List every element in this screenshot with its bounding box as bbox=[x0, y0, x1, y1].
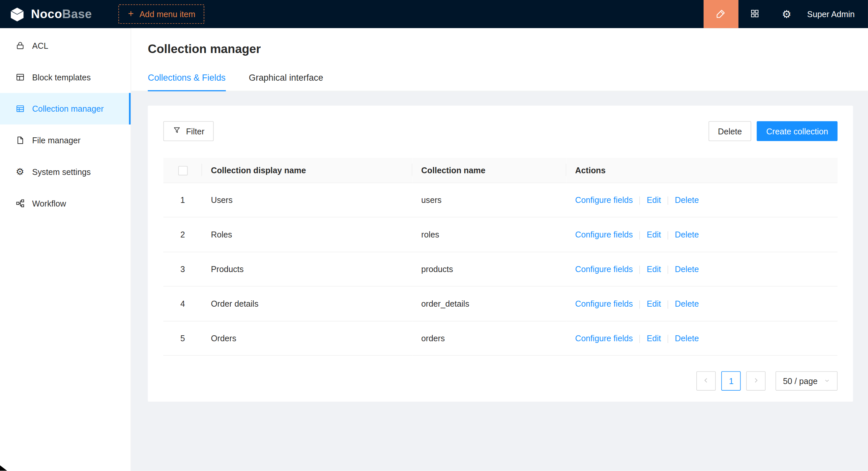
cell-collection-name: users bbox=[412, 182, 566, 217]
cell-collection-name: products bbox=[412, 251, 566, 286]
grid-icon bbox=[750, 8, 759, 20]
chevron-left-icon bbox=[703, 376, 710, 386]
configure-fields-link[interactable]: Configure fields bbox=[575, 264, 633, 274]
delete-link[interactable]: Delete bbox=[675, 230, 699, 239]
collections-table-body: 1 Users users Configure fieldsEditDelete… bbox=[163, 182, 838, 356]
collections-table: Collection display name Collection name … bbox=[163, 158, 838, 356]
filter-icon bbox=[173, 126, 181, 136]
nocobase-cube-icon bbox=[9, 6, 25, 23]
table-toolbar: Filter Delete Create collection bbox=[163, 121, 838, 141]
edit-link[interactable]: Edit bbox=[647, 333, 661, 343]
page-size-value: 50 / page bbox=[783, 376, 817, 386]
chevron-right-icon bbox=[753, 376, 760, 386]
action-divider bbox=[640, 266, 640, 274]
row-index: 3 bbox=[180, 265, 185, 274]
tab-collections-fields[interactable]: Collections & Fields bbox=[148, 66, 226, 91]
cell-actions: Configure fieldsEditDelete bbox=[566, 287, 837, 321]
edit-link[interactable]: Edit bbox=[647, 264, 661, 274]
current-user-menu[interactable]: Super Admin bbox=[803, 9, 868, 19]
cell-actions: Configure fieldsEditDelete bbox=[566, 182, 837, 217]
row-index: 2 bbox=[180, 230, 185, 239]
page-title: Collection manager bbox=[131, 28, 868, 57]
page-header: Collection manager Collections & Fields … bbox=[131, 28, 868, 91]
table-icon bbox=[15, 104, 25, 114]
file-icon bbox=[15, 136, 25, 145]
table-row: 4 Order details order_details Configure … bbox=[163, 287, 838, 321]
cell-display-name: Roles bbox=[202, 217, 412, 251]
configure-fields-link[interactable]: Configure fields bbox=[575, 333, 633, 343]
action-divider bbox=[668, 335, 668, 343]
delete-link[interactable]: Delete bbox=[675, 195, 699, 205]
create-collection-button[interactable]: Create collection bbox=[757, 121, 838, 141]
nocobase-logo[interactable]: NocoBase bbox=[0, 6, 103, 23]
lock-icon bbox=[15, 41, 25, 51]
table-header-row: Collection display name Collection name … bbox=[163, 158, 838, 183]
gear-icon: ⚙ bbox=[15, 167, 25, 176]
pagination: 1 50 / page bbox=[163, 371, 838, 391]
prev-page-button[interactable] bbox=[696, 371, 716, 391]
settings-sidebar: ACL Block templates Co bbox=[0, 28, 131, 471]
sidebar-item-file-manager[interactable]: File manager bbox=[0, 125, 130, 156]
delete-button[interactable]: Delete bbox=[709, 121, 751, 141]
main-area: Collection manager Collections & Fields … bbox=[131, 28, 868, 471]
cell-actions: Configure fieldsEditDelete bbox=[566, 217, 837, 251]
column-header-actions: Actions bbox=[566, 158, 837, 183]
cell-collection-name: roles bbox=[412, 217, 566, 251]
sidebar-item-collection-manager[interactable]: Collection manager bbox=[0, 93, 130, 125]
row-index: 1 bbox=[180, 195, 185, 205]
app-body: ACL Block templates Co bbox=[0, 28, 868, 471]
tab-graphical-interface[interactable]: Graphical interface bbox=[249, 66, 323, 91]
tab-bar: Collections & Fields Graphical interface bbox=[131, 66, 868, 91]
ui-editor-button[interactable] bbox=[704, 0, 739, 28]
sidebar-item-workflow[interactable]: Workflow bbox=[0, 188, 130, 219]
configure-fields-link[interactable]: Configure fields bbox=[575, 195, 633, 205]
sidebar-item-label: ACL bbox=[32, 41, 48, 51]
select-all-checkbox[interactable] bbox=[178, 166, 187, 175]
table-row: 3 Products products Configure fieldsEdit… bbox=[163, 251, 838, 286]
configure-fields-link[interactable]: Configure fields bbox=[575, 230, 633, 239]
delete-link[interactable]: Delete bbox=[675, 299, 699, 308]
logo-text-light: Base bbox=[62, 7, 92, 21]
sidebar-item-system-settings[interactable]: ⚙ System settings bbox=[0, 156, 130, 188]
logo-text: NocoBase bbox=[31, 7, 92, 22]
cell-display-name: Orders bbox=[202, 321, 412, 356]
highlighter-icon bbox=[716, 8, 726, 20]
plugins-button[interactable] bbox=[739, 0, 771, 28]
toolbar-right: Delete Create collection bbox=[709, 121, 838, 141]
gear-icon: ⚙ bbox=[782, 9, 792, 20]
table-row: 1 Users users Configure fieldsEditDelete bbox=[163, 182, 838, 217]
action-divider bbox=[640, 231, 640, 239]
delete-link[interactable]: Delete bbox=[675, 333, 699, 343]
column-header-collection-name: Collection name bbox=[412, 158, 566, 183]
row-index: 5 bbox=[180, 334, 185, 343]
action-divider bbox=[668, 300, 668, 309]
cell-display-name: Products bbox=[202, 251, 412, 286]
top-navbar: NocoBase Add menu item bbox=[0, 0, 868, 28]
page-size-select[interactable]: 50 / page bbox=[776, 371, 837, 391]
plus-icon bbox=[127, 9, 134, 19]
add-menu-item-button[interactable]: Add menu item bbox=[118, 4, 204, 24]
filter-button[interactable]: Filter bbox=[163, 121, 214, 141]
cell-collection-name: order_details bbox=[412, 287, 566, 321]
configure-fields-link[interactable]: Configure fields bbox=[575, 299, 633, 308]
sidebar-item-block-templates[interactable]: Block templates bbox=[0, 61, 130, 93]
system-settings-button[interactable]: ⚙ bbox=[771, 0, 802, 28]
action-divider bbox=[640, 335, 640, 343]
filter-button-label: Filter bbox=[186, 127, 204, 136]
action-divider bbox=[640, 300, 640, 309]
page-1-button[interactable]: 1 bbox=[722, 371, 741, 391]
action-divider bbox=[668, 231, 668, 239]
cell-actions: Configure fieldsEditDelete bbox=[566, 321, 837, 356]
next-page-button[interactable] bbox=[746, 371, 766, 391]
edit-link[interactable]: Edit bbox=[647, 195, 661, 205]
workflow-icon bbox=[15, 199, 25, 208]
delete-link[interactable]: Delete bbox=[675, 264, 699, 274]
row-index: 4 bbox=[180, 299, 185, 309]
sidebar-item-label: Workflow bbox=[32, 199, 66, 208]
edit-link[interactable]: Edit bbox=[647, 230, 661, 239]
sidebar-item-acl[interactable]: ACL bbox=[0, 30, 130, 62]
cell-collection-name: orders bbox=[412, 321, 566, 356]
app-viewport: NocoBase Add menu item bbox=[0, 0, 868, 471]
layout-icon bbox=[15, 72, 25, 82]
edit-link[interactable]: Edit bbox=[647, 299, 661, 308]
